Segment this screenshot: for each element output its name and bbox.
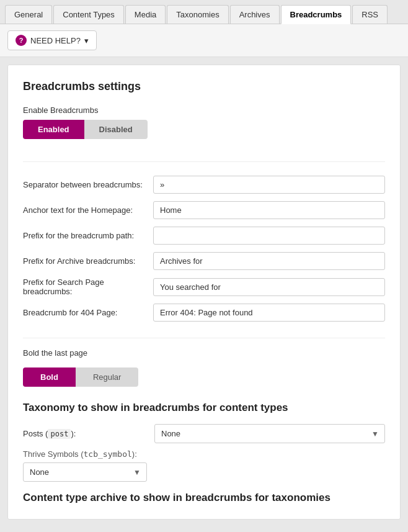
prefix-archive-input[interactable] (153, 252, 385, 270)
prefix-path-input[interactable] (153, 227, 385, 245)
divider-2 (23, 338, 385, 338)
tab-content-types[interactable]: Content Types (53, 5, 124, 24)
tab-rss[interactable]: RSS (352, 5, 388, 24)
taxonomy-title: Taxonomy to show in breadcrumbs for cont… (23, 402, 385, 414)
help-icon: ? (16, 35, 27, 46)
table-row: Prefix for Search Page breadcrumbs: (23, 274, 385, 300)
taxonomy-section: Taxonomy to show in breadcrumbs for cont… (23, 402, 385, 482)
tab-archives[interactable]: Archives (230, 5, 280, 24)
table-row: Prefix for the breadcrumb path: (23, 223, 385, 248)
content-archive-title: Content type archive to show in breadcru… (23, 492, 385, 504)
field-label-separator: Separator between breadcrumbs: (23, 172, 153, 197)
tab-media[interactable]: Media (125, 5, 166, 24)
fields-table: Separator between breadcrumbs: Anchor te… (23, 172, 385, 325)
regular-button[interactable]: Regular (76, 367, 139, 387)
prefix-search-input[interactable] (153, 278, 385, 296)
table-row: Prefix for Archive breadcrumbs: (23, 248, 385, 274)
separator-input[interactable] (153, 176, 385, 194)
table-row: Breadcrumb for 404 Page: (23, 300, 385, 325)
posts-taxonomy-row: Posts (post): None ▼ (23, 424, 385, 443)
enabled-button[interactable]: Enabled (23, 120, 84, 139)
posts-select-wrapper: None ▼ (154, 424, 385, 443)
main-content: Breadcrumbs settings Enable Breadcrumbs … (7, 65, 401, 520)
field-label-prefix-path: Prefix for the breadcrumb path: (23, 223, 153, 248)
tab-taxonomies[interactable]: Taxonomies (167, 5, 228, 24)
enable-breadcrumbs-toggle: Enabled Disabled (23, 120, 148, 139)
thrive-select[interactable]: None (23, 462, 147, 482)
field-label-404: Breadcrumb for 404 Page: (23, 300, 153, 325)
field-label-prefix-archive: Prefix for Archive breadcrumbs: (23, 248, 153, 274)
posts-code: post (48, 429, 71, 439)
field-label-prefix-search: Prefix for Search Page breadcrumbs: (23, 274, 153, 300)
bold-toggle: Bold Regular (23, 367, 138, 387)
page-title: Breadcrumbs settings (23, 80, 385, 93)
help-label: NEED HELP? (30, 36, 81, 45)
anchor-text-input[interactable] (153, 201, 385, 219)
need-help-button[interactable]: ? NEED HELP? ▾ (7, 30, 97, 50)
breadcrumb-404-input[interactable] (153, 304, 385, 322)
table-row: Separator between breadcrumbs: (23, 172, 385, 197)
tab-general[interactable]: General (5, 5, 52, 24)
thrive-row: Thrive Symbols (tcb_symbol): None ▼ (23, 449, 385, 482)
field-label-anchor: Anchor text for the Homepage: (23, 197, 153, 223)
bold-last-page-label: Bold the last page (23, 348, 385, 358)
thrive-code: tcb_symbol (84, 449, 132, 459)
posts-label: Posts (post): (23, 429, 147, 438)
tab-breadcrumbs[interactable]: Breadcrumbs (281, 5, 352, 24)
table-row: Anchor text for the Homepage: (23, 197, 385, 223)
help-bar: ? NEED HELP? ▾ (0, 24, 408, 57)
help-arrow-icon: ▾ (84, 36, 89, 45)
enable-breadcrumbs-label: Enable Breadcrumbs (23, 106, 385, 115)
bold-button[interactable]: Bold (23, 367, 76, 387)
divider-1 (23, 161, 385, 162)
tab-bar: General Content Types Media Taxonomies A… (0, 0, 408, 24)
posts-select[interactable]: None (154, 424, 385, 443)
disabled-button[interactable]: Disabled (84, 120, 148, 139)
thrive-label: Thrive Symbols (tcb_symbol): (23, 449, 385, 459)
thrive-select-wrapper: None ▼ (23, 462, 147, 482)
